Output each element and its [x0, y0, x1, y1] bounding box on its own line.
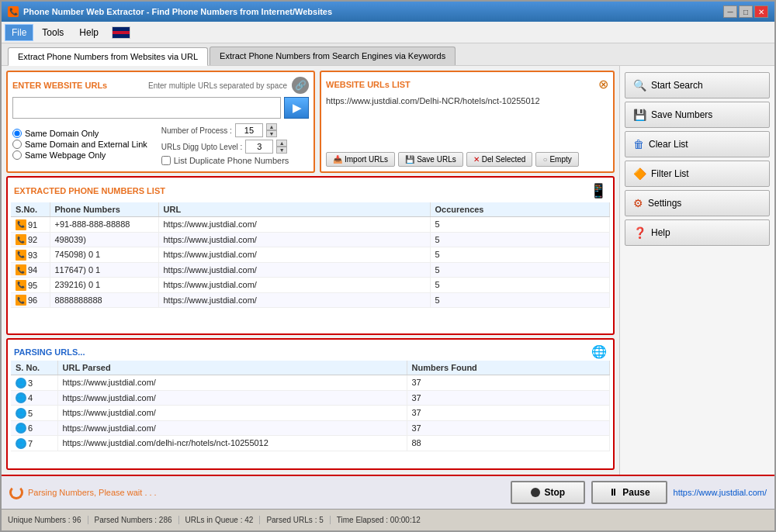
status-bar: Unique Numbers : 96 Parsed Numbers : 286…	[2, 509, 774, 530]
parsed-urls: Parsed URLs : 5	[266, 516, 330, 524]
main-content: ENTER WEBSITE URLs Enter multiple URLs s…	[2, 66, 774, 475]
table-row: 📞93 745098) 0 1 https://www.justdial.com…	[11, 247, 610, 263]
col-occ: Occurences	[430, 202, 610, 217]
close-button[interactable]: ✕	[754, 5, 768, 18]
clear-urls-icon[interactable]: ⊗	[598, 77, 608, 92]
extracted-header: EXTRACTED PHONE NUMBERS LIST 📱	[11, 181, 610, 201]
pause-icon: ⏸	[608, 487, 618, 498]
table-row: 📞91 +91-888-888-88888 https://www.justdi…	[11, 217, 610, 233]
empty-button[interactable]: ○ Empty	[535, 152, 578, 167]
clear-list-button[interactable]: 🗑 Clear List	[625, 131, 770, 157]
website-urls-title: WEBSITE URLs LIST	[326, 80, 411, 89]
table-row: 🌐3 https://www.justdial.com/ 37	[11, 375, 610, 391]
cell-p-sno: 🌐7	[11, 436, 57, 451]
table-row: 🌐7 https://www.justdial.com/delhi-ncr/ho…	[11, 436, 610, 451]
cell-p-url: https://www.justdial.com/	[57, 406, 407, 421]
cell-occ: 5	[430, 232, 610, 247]
parsing-table-scroll[interactable]: S. No. URL Parsed Numbers Found 🌐3 https…	[11, 361, 610, 465]
options-row: Same Domain Only Same Domain and Externa…	[12, 123, 309, 165]
settings-button[interactable]: ⚙ Settings	[625, 190, 770, 216]
empty-icon: ○	[542, 155, 547, 164]
menu-bar: File Tools Help	[2, 22, 774, 43]
number-settings: Number of Process : ▲ ▼ URLs Digg Upto L…	[154, 123, 309, 165]
parsing-icon: 🌐	[591, 344, 607, 359]
pause-button[interactable]: ⏸ Pause	[591, 481, 667, 504]
cell-p-url: https://www.justdial.com/	[57, 420, 407, 436]
cell-sno: 📞94	[11, 262, 50, 278]
maximize-button[interactable]: □	[739, 5, 753, 18]
radio-same-webpage[interactable]: Same Webpage Only	[12, 150, 147, 160]
import-urls-button[interactable]: 📥 Import URLs	[326, 152, 395, 167]
extracted-table-scroll[interactable]: S.No. Phone Numbers URL Occurences 📞91 +…	[11, 202, 610, 330]
row-icon: 📞	[16, 280, 26, 291]
cell-url: https://www.justdial.com/	[158, 262, 430, 278]
parsing-title: PARSING URLS...	[14, 347, 85, 357]
urls-in-queue: URLs in Queue : 42	[185, 516, 261, 524]
cell-url: https://www.justdial.com/	[158, 292, 430, 308]
tab-url[interactable]: Extract Phone Numbers from Websites via …	[8, 47, 208, 66]
table-row: 📞96 8888888888 https://www.justdial.com/…	[11, 292, 610, 308]
title-controls: ─ □ ✕	[723, 5, 768, 18]
search-icon: 🔍	[633, 79, 646, 92]
save-icon: 💾	[405, 155, 414, 164]
title-bar: 📞 Phone Number Web Extractor - Find Phon…	[2, 2, 774, 22]
cell-p-found: 37	[407, 406, 610, 421]
save-numbers-icon: 💾	[633, 109, 646, 121]
menu-tools[interactable]: Tools	[35, 24, 71, 41]
urls-digg-input[interactable]	[245, 140, 273, 154]
help-icon: ❓	[633, 226, 646, 239]
minimize-button[interactable]: ─	[723, 5, 737, 18]
cell-sno: 📞91	[11, 217, 50, 233]
filter-icon: 🔶	[633, 168, 646, 180]
bottom-bar: Parsing Numbers, Please wait . . . Stop …	[2, 475, 774, 509]
tab-search[interactable]: Extract Phone Numbers from Search Engine…	[210, 47, 456, 65]
enter-urls-panel: ENTER WEBSITE URLs Enter multiple URLs s…	[6, 71, 315, 173]
table-row: 📞94 117647) 0 1 https://www.justdial.com…	[11, 262, 610, 278]
link-icon[interactable]: 🔗	[292, 77, 309, 94]
cell-phone: 8888888888	[50, 292, 158, 308]
status-text: Parsing Numbers, Please wait . . .	[28, 488, 157, 497]
cell-phone: 117647) 0 1	[50, 262, 158, 278]
current-url-link[interactable]: https://www.justdial.com/	[674, 488, 767, 497]
cell-url: https://www.justdial.com/	[158, 217, 430, 233]
cell-p-found: 88	[407, 436, 610, 451]
del-icon: ✕	[473, 155, 480, 164]
help-button[interactable]: ❓ Help	[625, 219, 770, 246]
num-process-input[interactable]	[235, 123, 263, 137]
save-urls-button[interactable]: 💾 Save URLs	[398, 152, 463, 167]
start-search-button[interactable]: 🔍 Start Search	[625, 72, 770, 98]
filter-list-button[interactable]: 🔶 Filter List	[625, 161, 770, 187]
tabs-bar: Extract Phone Numbers from Websites via …	[2, 43, 774, 66]
cell-occ: 5	[430, 217, 610, 233]
urls-digg-spinner[interactable]: ▲ ▼	[276, 140, 287, 154]
menu-file[interactable]: File	[5, 24, 33, 41]
cell-phone: 745098) 0 1	[50, 247, 158, 263]
radio-same-domain[interactable]: Same Domain Only	[12, 129, 147, 138]
col-phone: Phone Numbers	[50, 202, 158, 217]
cell-p-found: 37	[407, 375, 610, 391]
dup-checkbox[interactable]	[161, 156, 171, 165]
table-row: 🌐4 https://www.justdial.com/ 37	[11, 390, 610, 406]
stop-button[interactable]: Stop	[511, 481, 586, 504]
time-elapsed: Time Elapsed : 00:00:12	[337, 516, 427, 524]
num-process-spinner[interactable]: ▲ ▼	[266, 123, 277, 137]
add-url-button[interactable]: ▶	[284, 97, 309, 119]
url-input[interactable]	[12, 97, 281, 119]
cell-occ: 5	[430, 247, 610, 263]
parsing-section: PARSING URLS... 🌐 S. No. URL Parsed Numb…	[6, 338, 615, 470]
spinner-icon	[9, 485, 23, 499]
url-list-item: https://www.justdial.com/Delhi-NCR/hotel…	[326, 95, 608, 107]
radio-same-external[interactable]: Same Domain and External Link	[12, 140, 147, 149]
save-numbers-button[interactable]: 💾 Save Numbers	[625, 102, 770, 128]
urls-digg-row: URLs Digg Upto Level : ▲ ▼	[161, 140, 309, 154]
table-row: 🌐6 https://www.justdial.com/ 37	[11, 420, 610, 436]
cell-sno: 📞93	[11, 247, 50, 263]
cell-occ: 5	[430, 292, 610, 308]
dup-checkbox-label[interactable]: List Duplicate Phone Numbers	[161, 156, 309, 165]
menu-help[interactable]: Help	[72, 24, 106, 41]
del-selected-button[interactable]: ✕ Del Selected	[466, 152, 533, 167]
stop-icon	[531, 488, 540, 497]
parsing-header: PARSING URLS... 🌐	[11, 343, 610, 361]
cell-sno: 📞95	[11, 278, 50, 293]
cell-p-found: 37	[407, 390, 610, 406]
